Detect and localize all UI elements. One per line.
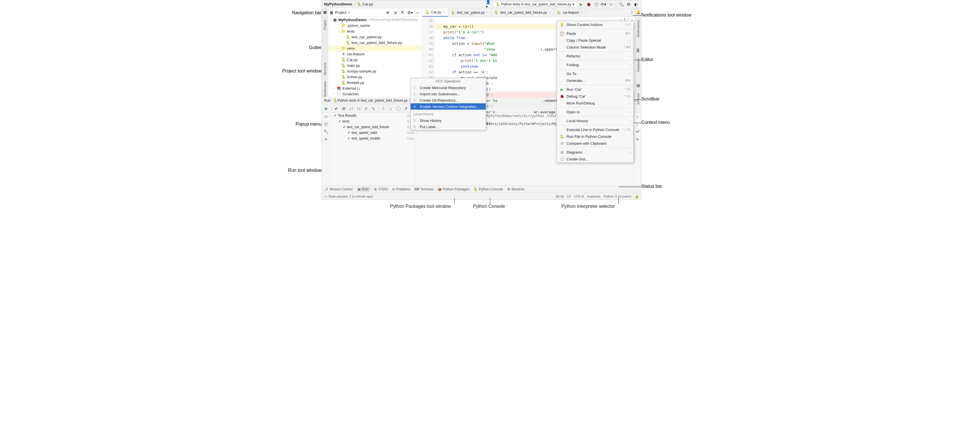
encoding[interactable]: UTF-8 xyxy=(574,195,584,198)
tree-item[interactable]: ›📁venv xyxy=(328,45,422,51)
rerun-icon[interactable]: ▶ xyxy=(323,106,329,111)
database-strip-label[interactable]: Database xyxy=(636,59,640,72)
sciview-strip-label[interactable]: SciView xyxy=(636,93,640,105)
collapse-all-icon[interactable]: ⤡ xyxy=(371,106,376,111)
bottom-tab[interactable]: ▶Run xyxy=(356,187,370,192)
context-menu-item[interactable]: Go To› xyxy=(557,70,633,77)
editor-tab[interactable]: 🐍 test_car_pytest.py × xyxy=(448,8,492,17)
tree-item[interactable]: 🐍threads.py xyxy=(328,79,422,85)
history-icon[interactable]: 🕘 xyxy=(396,106,401,111)
context-menu-item[interactable]: ▶Run 'Car'⌃⇧R xyxy=(557,86,633,93)
prev-icon[interactable]: ↑ xyxy=(381,106,387,111)
tree-item[interactable]: ›📁.pytest_cache xyxy=(328,22,422,28)
indent[interactable]: 4 spaces xyxy=(587,195,600,198)
context-menu-item[interactable]: Execute Line in Python Console⌥⇧E xyxy=(557,126,633,133)
context-menu-item[interactable]: Generate...⌘N xyxy=(557,77,633,84)
bottom-tab[interactable]: 📦Python Packages xyxy=(438,187,469,192)
notifications-strip-label[interactable]: Notifications xyxy=(636,20,640,37)
coverage-icon[interactable]: ⬡ xyxy=(593,2,599,7)
editor-tab[interactable]: 🐍 test_car_pytest_bdd_fixture.py × xyxy=(492,8,554,17)
project-header-label[interactable]: Project xyxy=(335,10,346,14)
locate-icon[interactable]: ⊕ xyxy=(385,10,391,16)
popup-item[interactable]: 5Show History xyxy=(410,117,486,124)
bookmarks-strip-label[interactable]: Bookmarks xyxy=(323,81,327,97)
status-message[interactable]: Tests passed: 2 (a minute ago) xyxy=(328,195,373,198)
context-menu-item[interactable]: ⎔Create Gist... xyxy=(557,156,633,162)
tree-item[interactable]: ⌄📁tests xyxy=(328,28,422,34)
run-config-selector[interactable]: 🐍 Python tests in test_car_pytest_bdd_fi… xyxy=(493,2,576,7)
popup-item[interactable]: 2Import into Subversion... xyxy=(410,91,486,97)
close-icon[interactable]: × xyxy=(549,11,551,14)
tree-item[interactable]: 🐍test_car_pytest.py xyxy=(328,34,422,40)
tree-item[interactable]: 🐍Car.py xyxy=(328,57,422,62)
debug-icon[interactable]: 🐞 xyxy=(586,2,592,7)
wrap-icon[interactable]: ⏎ xyxy=(635,129,641,135)
editor-context-menu[interactable]: 💡Show Context Actions⌥⏎📋Paste⌘VCopy / Pa… xyxy=(557,21,634,163)
project-tree[interactable]: ⌄▦MyPythonDemo~/PycharmProjects/MyPython… xyxy=(328,17,422,97)
tree-item[interactable]: 🐍numpy-sample.py xyxy=(328,68,422,74)
bottom-tab[interactable]: ⌨Terminal xyxy=(414,187,433,192)
stop-icon[interactable]: ■ xyxy=(608,2,614,7)
filter-ignored-icon[interactable]: ⊘ xyxy=(341,106,347,111)
scroll-up-icon[interactable]: ↑ xyxy=(635,114,641,120)
settings-icon[interactable]: ⚙ xyxy=(626,2,632,7)
editor-tab[interactable]: 🐍 Car.py × xyxy=(422,8,448,17)
context-menu-item[interactable]: 🐍Run File in Python Console xyxy=(557,133,633,140)
status-msg-icon[interactable]: ▭ xyxy=(324,194,327,198)
context-menu-item[interactable]: Copy / Paste Special› xyxy=(557,37,633,44)
sort2-icon[interactable]: ↑↓ xyxy=(356,106,361,111)
bottom-tab[interactable]: ⎇Version Control xyxy=(324,187,353,192)
caret-position[interactable]: 36:19 xyxy=(556,195,564,198)
context-menu-item[interactable]: 📋Paste⌘V xyxy=(557,30,633,37)
context-menu-item[interactable]: Column Selection Mode⇧⌘8 xyxy=(557,44,633,51)
hide-icon[interactable]: — xyxy=(415,10,420,16)
sort-icon[interactable]: ↓↑ xyxy=(348,106,354,111)
test-row[interactable]: ✔test_car_pytest_bdd_fixture0 ms xyxy=(330,124,416,130)
close-icon[interactable]: × xyxy=(486,11,488,14)
breadcrumb-project[interactable]: MyPythonDemo xyxy=(324,2,352,6)
context-menu-item[interactable]: Open In› xyxy=(557,108,633,115)
editor-tab[interactable]: 🐍 car.feature × xyxy=(554,8,586,17)
gear-icon[interactable]: ⚙▾ xyxy=(407,10,413,16)
popup-item[interactable]: 6Put Label... xyxy=(410,124,486,130)
context-menu-item[interactable]: 🐞Debug 'Car'⌃⇧D xyxy=(557,93,633,100)
search-icon[interactable]: 🔍 xyxy=(618,2,624,7)
wrench-icon[interactable]: 🔧 xyxy=(323,129,329,135)
close-icon[interactable]: × xyxy=(443,10,445,14)
project-strip-label[interactable]: Project xyxy=(323,20,327,30)
collapse-icon[interactable]: ⇱ xyxy=(400,10,406,16)
context-menu-item[interactable]: More Run/Debug› xyxy=(557,100,633,106)
expand-icon[interactable]: ⇲ xyxy=(392,10,398,16)
scroll-down-icon[interactable]: ↓ xyxy=(635,121,641,127)
interpreter-selector[interactable]: Python 3.10 (venv) xyxy=(604,195,632,198)
tree-item[interactable]: 🐍Solver.py xyxy=(328,74,422,79)
context-menu-item[interactable]: ⇄Compare with Clipboard xyxy=(557,140,633,147)
line-separator[interactable]: LF xyxy=(567,195,571,198)
test-row[interactable]: ✔Test Results0 ms xyxy=(330,113,416,119)
context-menu-item[interactable]: ⊞Diagrams› xyxy=(557,149,633,156)
database-icon[interactable]: 🗄 xyxy=(636,49,640,53)
vcs-popup-menu[interactable]: VCS Operations 1Create Mercurial Reposit… xyxy=(410,78,486,130)
lock-icon[interactable]: 🔒 xyxy=(635,194,639,198)
bottom-tab[interactable]: ⊘Problems xyxy=(392,187,410,192)
console-more-icon[interactable]: » xyxy=(635,136,641,142)
tree-item[interactable]: ›📚External Li xyxy=(328,85,422,91)
popup-item[interactable]: 3Create Git Repository... xyxy=(410,97,486,103)
run-icon[interactable]: ▶ xyxy=(579,2,584,7)
sciview-icon[interactable]: ▤ xyxy=(636,83,640,87)
test-row[interactable]: ✔test_speed_valid0 ms xyxy=(330,130,416,136)
tree-item[interactable]: ✳car.feature xyxy=(328,51,422,57)
popup-item[interactable]: 4Enable Version Control Integration... xyxy=(410,103,486,110)
test-row[interactable]: ✔tests0 ms xyxy=(330,119,416,124)
context-menu-item[interactable]: 💡Show Context Actions⌥⏎ xyxy=(557,21,633,28)
export-icon[interactable]: ↗ xyxy=(403,106,409,111)
notifications-icon[interactable]: 🔔 xyxy=(636,10,641,14)
context-menu-item[interactable]: Local History› xyxy=(557,117,633,124)
test-tree[interactable]: ✔Test Results0 ms✔tests0 ms✔test_car_pyt… xyxy=(330,113,416,185)
tree-item[interactable]: ›📄Scratches xyxy=(328,91,422,97)
bottom-tab[interactable]: ⚙Services xyxy=(507,187,525,192)
context-menu-item[interactable]: Folding› xyxy=(557,61,633,68)
more-side-icon[interactable]: » xyxy=(323,136,329,142)
project-tab-icon[interactable]: ▦ xyxy=(323,10,327,14)
bottom-tab[interactable]: ≣TODO xyxy=(374,187,388,192)
